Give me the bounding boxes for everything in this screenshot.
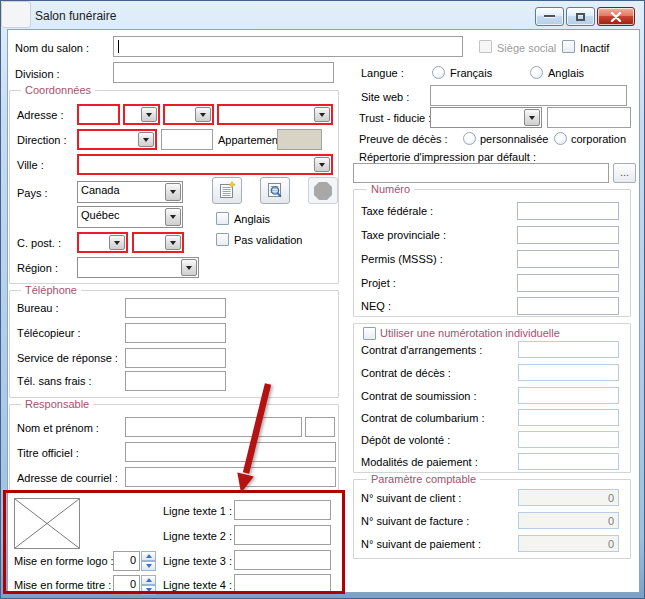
numerotation-title-wrap: Utiliser une numérotation individuelle: [359, 327, 564, 340]
langue-francais-radio[interactable]: [432, 66, 445, 79]
preuve-corporation-label: corporation: [571, 133, 626, 146]
ligne-texte-1-input[interactable]: [234, 500, 331, 520]
chevron-down-icon[interactable]: [165, 208, 181, 226]
chevron-down-icon[interactable]: [181, 259, 197, 276]
pas-validation-checkbox[interactable]: [216, 233, 229, 246]
titre-officiel-input[interactable]: [125, 442, 336, 462]
salon-funeraire-window: Salon funéraire Nom du salon : Siège soc…: [0, 0, 645, 599]
chevron-down-icon[interactable]: [314, 107, 330, 122]
site-web-input[interactable]: [430, 85, 627, 106]
chevron-down-icon[interactable]: [524, 109, 540, 126]
permis-msss-input[interactable]: [517, 250, 619, 268]
nom-du-salon-input[interactable]: [113, 36, 463, 57]
spin-down-icon[interactable]: [141, 585, 156, 595]
suivant-facture-label: N° suivant de facture :: [361, 515, 469, 528]
telephone-title: Téléphone: [21, 284, 81, 297]
preuve-corporation-radio[interactable]: [554, 132, 567, 145]
ligne-texte-4-label: Ligne texte 4 :: [163, 579, 232, 592]
spin-up-icon[interactable]: [141, 575, 156, 585]
mise-en-forme-logo-spinner[interactable]: 0: [113, 551, 156, 571]
spin-up-icon[interactable]: [141, 551, 156, 561]
chevron-down-icon[interactable]: [165, 183, 181, 201]
langue-anglais-radio[interactable]: [530, 66, 543, 79]
adresse-courriel-label: Adresse de courriel :: [17, 472, 118, 485]
stop-octagon-icon: [6, 5, 26, 25]
anglais-checkbox[interactable]: [216, 212, 229, 225]
text-caret: [118, 40, 119, 53]
direction-combo[interactable]: [77, 129, 157, 150]
contrat-columbarium-label: Contrat de columbarium :: [361, 412, 485, 425]
bureau-input[interactable]: [125, 298, 226, 318]
chevron-down-icon[interactable]: [195, 107, 211, 122]
taxe-federale-input[interactable]: [517, 202, 619, 220]
code-postal-combo-2[interactable]: [132, 232, 184, 253]
direction-label: Direction :: [17, 134, 67, 147]
langue-label: Langue :: [361, 67, 404, 80]
repertoire-impression-input[interactable]: [353, 163, 609, 183]
suivant-client-label: N° suivant de client :: [361, 492, 461, 505]
new-list-button[interactable]: [212, 177, 242, 204]
telecopieur-input[interactable]: [125, 323, 226, 343]
spin-down-icon[interactable]: [141, 561, 156, 571]
projet-input[interactable]: [517, 274, 619, 292]
stop-button: [1, 1, 31, 28]
new-document-icon: [218, 181, 237, 200]
nom-prenom-input[interactable]: [125, 417, 302, 437]
neq-input[interactable]: [517, 297, 619, 315]
division-input[interactable]: [113, 62, 334, 83]
contrat-arrangements-input: [518, 341, 619, 358]
ligne-texte-2-input[interactable]: [234, 525, 331, 545]
chevron-down-icon[interactable]: [165, 235, 181, 250]
telecopieur-label: Télécopieur :: [17, 327, 81, 340]
browse-button[interactable]: ...: [613, 163, 636, 183]
adresse-courriel-input[interactable]: [125, 467, 336, 487]
code-postal-combo-1[interactable]: [77, 232, 128, 253]
chevron-down-icon[interactable]: [314, 157, 330, 172]
province-combo[interactable]: Québec: [77, 206, 183, 228]
preuve-personnalisee-radio[interactable]: [463, 132, 476, 145]
suivant-paiement-label: N° suivant de paiement :: [361, 538, 481, 551]
taxe-provinciale-label: Taxe provinciale :: [361, 229, 446, 242]
pays-combo[interactable]: Canada: [77, 181, 183, 203]
adresse-combo-2[interactable]: [163, 104, 214, 125]
numerotation-checkbox[interactable]: [363, 327, 376, 340]
trust-fiducie-combo[interactable]: [430, 107, 542, 128]
adresse-rue-combo[interactable]: [217, 104, 333, 125]
taxe-provinciale-input[interactable]: [517, 226, 619, 244]
chevron-down-icon[interactable]: [109, 235, 125, 250]
langue-francais-label: Français: [450, 67, 492, 80]
service-reponse-input[interactable]: [125, 348, 226, 368]
direction-input[interactable]: [161, 129, 213, 150]
ligne-texte-4-input[interactable]: [234, 574, 331, 593]
preuve-personnalisee-label: personnalisée: [480, 133, 549, 146]
ville-combo[interactable]: [77, 154, 333, 175]
anglais-checkbox-label: Anglais: [234, 213, 270, 226]
ligne-texte-3-label: Ligne texte 3 :: [163, 555, 232, 568]
contrat-deces-input: [518, 364, 619, 381]
tel-sans-frais-input[interactable]: [125, 371, 226, 391]
bureau-label: Bureau :: [17, 302, 59, 315]
adresse-numero-input[interactable]: [77, 104, 120, 125]
stop-octagon-icon: [313, 181, 333, 201]
preview-list-button[interactable]: [260, 177, 290, 204]
region-combo[interactable]: [77, 257, 199, 278]
inactif-checkbox[interactable]: [562, 40, 575, 53]
langue-anglais-label: Anglais: [548, 67, 584, 80]
suivant-facture-value: 0: [518, 512, 619, 529]
nom-prenom-label: Nom et prénom :: [17, 422, 99, 435]
mise-en-forme-titre-spinner[interactable]: 0: [113, 575, 156, 595]
titre-officiel-label: Titre officiel :: [17, 447, 79, 460]
trust-fiducie-input[interactable]: [547, 107, 631, 128]
close-button[interactable]: [597, 7, 635, 26]
service-reponse-label: Service de réponse :: [17, 352, 118, 365]
chevron-down-icon[interactable]: [138, 132, 154, 147]
chevron-down-icon[interactable]: [141, 107, 157, 122]
pays-label: Pays :: [17, 187, 48, 200]
ligne-texte-3-input[interactable]: [234, 550, 331, 570]
logo-placeholder[interactable]: [14, 498, 80, 549]
adresse-combo-1[interactable]: [123, 104, 160, 125]
modalites-paiement-input: [518, 453, 619, 470]
maximize-button[interactable]: [566, 7, 595, 26]
minimize-button[interactable]: [535, 7, 564, 26]
nom-prenom-extra-input[interactable]: [305, 417, 335, 437]
